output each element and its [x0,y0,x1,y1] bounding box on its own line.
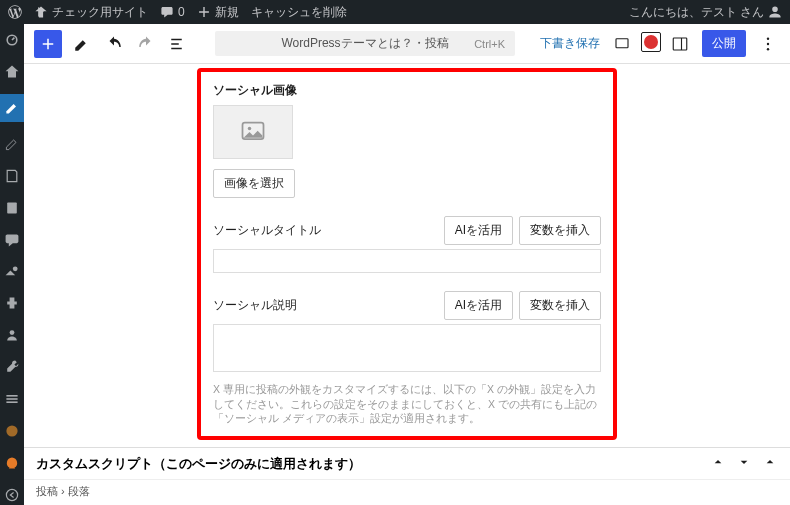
breadcrumb-post[interactable]: 投稿 [36,485,58,497]
svg-point-8 [6,489,17,500]
breadcrumb-sep: › [61,485,65,497]
block-breadcrumb: 投稿 › 段落 [24,479,790,505]
publish-button[interactable]: 公開 [702,30,746,57]
sidebar-home[interactable] [2,62,22,82]
social-title-label: ソーシャルタイトル [213,222,321,239]
panel-down-button[interactable] [736,454,752,473]
svg-point-17 [767,48,769,50]
breadcrumb-block[interactable]: 段落 [68,485,90,497]
svg-rect-1 [7,202,17,213]
highlight-frame-1: ソーシャル画像 画像を選択 ソーシャルタイトル AIを活用 変数を挿入 ソーシャ… [197,68,617,440]
svg-rect-12 [616,38,628,47]
svg-rect-13 [673,38,687,50]
greeting-text: こんにちは、テスト さん [629,4,764,21]
insert-var-button-desc[interactable]: 変数を挿入 [519,291,601,320]
editor-toolbar: WordPressテーマとは？・投稿 Ctrl+K 下書き保存 公開 [24,24,790,64]
list-view-button[interactable] [166,32,190,56]
sidebar-plugins[interactable] [2,293,22,313]
new-label: 新規 [215,4,239,21]
comments-link[interactable]: 0 [160,5,185,19]
insert-var-button-title[interactable]: 変数を挿入 [519,216,601,245]
sidebar-appearance[interactable] [2,262,22,282]
svg-point-15 [767,37,769,39]
sidebar-comments[interactable] [2,230,22,250]
options-button[interactable] [756,32,780,56]
undo-button[interactable] [102,32,126,56]
sidebar-dashboard[interactable] [2,30,22,50]
social-desc-input[interactable] [213,324,601,372]
comments-count: 0 [178,5,185,19]
svg-rect-6 [6,402,17,404]
svg-point-2 [13,266,18,271]
panel-up-button[interactable] [710,454,726,473]
help-text: X 専用に投稿の外観をカスタマイズするには、以下の「X の外観」設定を入力してく… [213,382,601,426]
social-metabox: ソーシャル画像 画像を選択 ソーシャルタイトル AIを活用 変数を挿入 ソーシャ… [201,72,613,436]
svg-point-3 [10,331,15,336]
svg-point-7 [6,426,17,437]
sidebar-posts[interactable] [0,94,24,122]
editor-canvas: ソーシャル画像 画像を選択 ソーシャルタイトル AIを活用 変数を挿入 ソーシャ… [24,64,790,505]
redo-button[interactable] [134,32,158,56]
social-image-placeholder [213,105,293,159]
image-icon [239,118,267,146]
admin-sidebar [0,24,24,505]
sidebar-media[interactable] [2,134,22,154]
bottom-panel: カスタムスクリプト（このページのみに適用されます） 投稿 › 段落 [24,447,790,505]
add-block-button[interactable] [34,30,62,58]
svg-rect-9 [171,38,182,40]
bottom-panel-title: カスタムスクリプト（このページのみに適用されます） [36,455,361,473]
document-title: WordPressテーマとは？・投稿 [281,35,448,52]
ai-button-title[interactable]: AIを活用 [444,216,513,245]
sidebar-item-3[interactable] [2,453,22,473]
sidebar-item-2[interactable] [2,421,22,441]
svg-point-19 [248,127,252,131]
cache-label: キャッシュを削除 [251,4,347,21]
site-name: チェック用サイト [52,4,148,21]
shortcut-hint: Ctrl+K [474,38,505,50]
new-link[interactable]: 新規 [197,4,239,21]
user-icon [768,5,782,19]
cache-link[interactable]: キャッシュを削除 [251,4,347,21]
sidebar-pages[interactable] [2,198,22,218]
svg-rect-5 [6,398,17,400]
wp-logo[interactable] [8,5,22,19]
svg-point-16 [767,42,769,44]
sidebar-tools[interactable] [2,357,22,377]
sidebar-users[interactable] [2,325,22,345]
svg-rect-4 [6,395,17,397]
panel-toggle-button[interactable] [762,454,778,473]
sidebar-item[interactable] [2,166,22,186]
select-image-button[interactable]: 画像を選択 [213,169,295,198]
social-image-label: ソーシャル画像 [213,82,601,99]
social-title-input[interactable] [213,249,601,273]
site-link[interactable]: チェック用サイト [34,4,148,21]
preview-button[interactable] [610,32,634,56]
ai-button-desc[interactable]: AIを活用 [444,291,513,320]
save-draft-button[interactable]: 下書き保存 [540,35,600,52]
sidebar-collapse[interactable] [2,485,22,505]
admin-bar: チェック用サイト 0 新規 キャッシュを削除 こんにちは、テスト さん [0,0,790,24]
edit-mode-button[interactable] [70,32,94,56]
settings-sidebar-button[interactable] [668,32,692,56]
svg-rect-10 [171,43,179,45]
seo-score-button[interactable] [644,35,658,52]
document-title-bar[interactable]: WordPressテーマとは？・投稿 Ctrl+K [215,31,515,56]
social-desc-label: ソーシャル説明 [213,297,297,314]
svg-rect-11 [171,47,182,49]
user-greeting[interactable]: こんにちは、テスト さん [629,4,782,21]
sidebar-settings[interactable] [2,389,22,409]
